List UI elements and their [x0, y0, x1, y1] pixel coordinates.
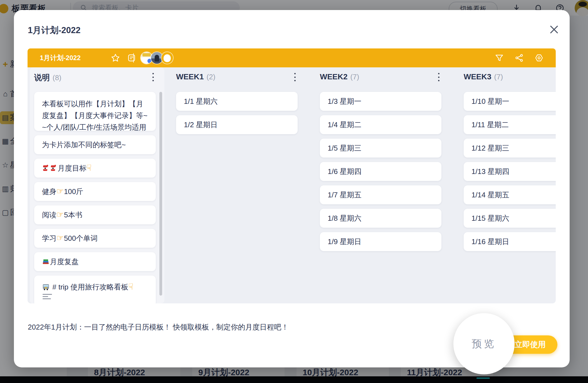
kanban-card[interactable]: # trip 使用旅行攻略看板☟ [34, 276, 156, 303]
point-right-icon: ☞ [56, 233, 64, 243]
kanban-card[interactable]: 1/2 星期日 [176, 115, 298, 134]
card-text: 1/10 星期一 [471, 95, 509, 107]
card-text: 1/1 星期六 [184, 95, 218, 107]
card-text: 1/7 星期五 [328, 189, 361, 201]
star-icon[interactable] [111, 53, 120, 62]
card-text: # trip 使用旅行攻略看板☟ [42, 281, 134, 293]
card-text: 1/4 星期二 [328, 119, 361, 131]
kanban-card[interactable]: 1/15 星期六 [464, 209, 556, 228]
kanban-card[interactable]: 1/10 星期一 [464, 92, 556, 111]
kanban-card[interactable]: 1/9 星期日 [320, 232, 441, 251]
kanban-board: 说明(8)本看板可以用作【月计划】【月度复盘】【月度大事件记录】等~~个人/团队… [28, 67, 556, 303]
card-text: 1/8 星期六 [328, 212, 361, 224]
column-scrollbar[interactable] [159, 92, 162, 296]
kanban-card[interactable]: 月度目标☟ [34, 159, 156, 178]
column-name: WEEK1 [176, 72, 204, 81]
kanban-card[interactable]: 1/13 星期四 [464, 162, 556, 181]
kanban-card[interactable]: 1/7 星期五 [320, 185, 441, 204]
avatar-sign [142, 53, 151, 57]
card-text: 1/2 星期日 [184, 119, 218, 131]
card-text: 1/14 星期五 [471, 189, 509, 201]
board-title: 1月计划-2022 [40, 48, 81, 67]
card-text: 1/15 星期六 [471, 212, 509, 224]
canned-food-icon [50, 164, 57, 172]
point-down-icon: ☟ [128, 282, 133, 291]
column-name: 说明 [34, 73, 50, 82]
card-text: 月度复盘 [42, 256, 79, 267]
column-count: (7) [350, 73, 359, 81]
card-list: 本看板可以用作【月计划】【月度复盘】【月度大事件记录】等~~个人/团队/工作/生… [34, 92, 156, 303]
description-lines-icon [43, 294, 53, 300]
card-list: 1/10 星期一1/11 星期二1/12 星期三1/13 星期四1/14 星期五… [464, 92, 556, 256]
column-menu-icon[interactable] [294, 73, 297, 81]
column-scroll-container: 说明(8)本看板可以用作【月计划】【月度复盘】【月度大事件记录】等~~个人/团队… [30, 67, 164, 303]
point-right-icon: ☞ [56, 210, 64, 219]
column-header: WEEK1(2) [176, 72, 298, 81]
kanban-card[interactable]: 1/4 星期二 [320, 115, 441, 134]
kanban-card[interactable]: 1/8 星期六 [320, 209, 441, 228]
kanban-card[interactable]: 为卡片添加不同的标签吧~ [34, 135, 156, 154]
column-count: (8) [53, 73, 61, 82]
card-text: 1/11 星期二 [471, 119, 509, 131]
point-down-icon: ☟ [87, 163, 92, 173]
kanban-card[interactable]: 1/3 星期一 [320, 92, 441, 111]
member-avatar-1[interactable] [141, 52, 152, 64]
avatar-cat [164, 54, 171, 62]
card-text: 1/13 星期四 [471, 166, 509, 177]
kanban-card[interactable]: 健身☞100斤 [34, 182, 156, 201]
close-icon[interactable] [549, 24, 560, 35]
settings-icon[interactable] [535, 53, 543, 62]
share-icon[interactable] [515, 53, 524, 62]
bar-divider [133, 53, 134, 63]
card-text: 1/16 星期日 [471, 236, 509, 247]
column-header: WEEK3(7) [464, 72, 556, 81]
column-header: WEEK2(7) [320, 72, 441, 81]
column-count: (7) [494, 73, 503, 81]
kanban-card[interactable]: 1/12 星期三 [464, 139, 556, 158]
card-text: 1/6 星期四 [328, 166, 361, 177]
kanban-card[interactable]: 1/6 星期四 [320, 162, 441, 181]
card-list: 1/3 星期一1/4 星期二1/5 星期三1/6 星期四1/7 星期五1/8 星… [320, 92, 441, 256]
card-text: 1/3 星期一 [328, 95, 361, 107]
kanban-card[interactable]: 1/16 星期日 [464, 232, 556, 251]
card-text: 学习☞500个单词 [42, 232, 98, 244]
filter-icon[interactable] [495, 53, 504, 62]
template-preview-modal: 1月计划-2022 1月计划-2022 说明(8)本看板可以用作【月计划】【月度… [14, 10, 570, 367]
kanban-card[interactable]: 阅读☞5本书 [34, 205, 156, 224]
kanban-card[interactable]: 1/5 星期三 [320, 139, 441, 158]
card-text: 1/5 星期三 [328, 142, 361, 154]
column-count: (2) [207, 73, 216, 81]
card-text: 本看板可以用作【月计划】【月度复盘】【月度大事件记录】等~~个人/团队/工作/生… [42, 98, 150, 133]
template-description: 2022年1月计划：一目了然的电子日历模板！ 快领取模板，制定你的月度日程吧！ [28, 322, 289, 332]
books-icon [42, 258, 49, 265]
kanban-card[interactable]: 学习☞500个单词 [34, 229, 156, 248]
canned-food-icon [42, 164, 49, 172]
member-avatar-2[interactable] [151, 52, 163, 64]
column-name: WEEK3 [464, 72, 491, 81]
modal-title: 1月计划-2022 [28, 24, 81, 36]
card-list: 1/1 星期六1/2 星期日 [176, 92, 298, 139]
card-text: 月度目标☟ [42, 162, 92, 174]
card-text: 阅读☞5本书 [42, 209, 82, 221]
column-menu-icon[interactable] [438, 73, 440, 81]
preview-button[interactable]: 预览 [453, 313, 515, 374]
board-header-bar: 1月计划-2022 [28, 48, 556, 67]
kanban-card[interactable]: 月度复盘 [34, 252, 156, 271]
kanban-card[interactable]: 1/14 星期五 [464, 185, 556, 204]
column-menu-icon[interactable] [152, 73, 155, 81]
bus-icon [42, 283, 50, 291]
point-right-icon: ☞ [56, 186, 64, 196]
kanban-card[interactable]: 本看板可以用作【月计划】【月度复盘】【月度大事件记录】等~~个人/团队/工作/生… [34, 92, 156, 131]
column-name: WEEK2 [320, 72, 348, 81]
kanban-card[interactable]: 1/11 星期二 [464, 115, 556, 134]
card-text: 1/12 星期三 [471, 142, 509, 154]
board-card-icon[interactable] [127, 53, 136, 62]
avatar-figure [155, 55, 159, 62]
card-text: 健身☞100斤 [42, 186, 83, 197]
card-text: 1/9 星期日 [328, 236, 361, 247]
member-avatar-3[interactable] [161, 52, 173, 64]
kanban-card[interactable]: 1/1 星期六 [176, 92, 298, 111]
member-avatars[interactable] [142, 52, 173, 64]
column-header: 说明(8) [34, 72, 156, 83]
card-text: 为卡片添加不同的标签吧~ [42, 139, 126, 151]
